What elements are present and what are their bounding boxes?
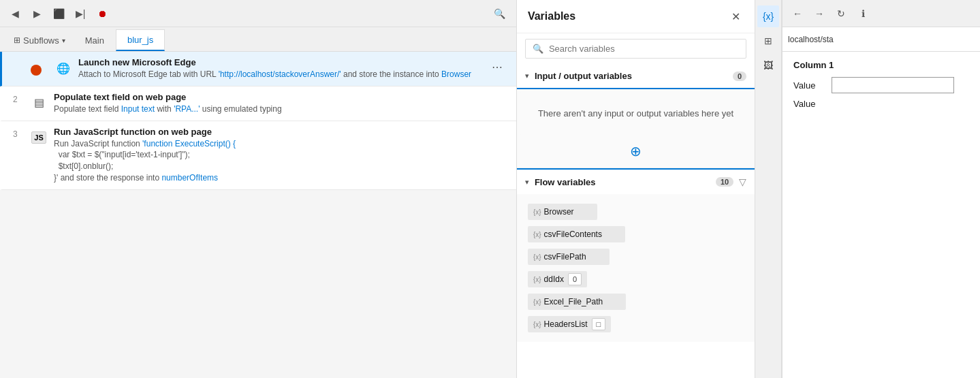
toolbar-btn-stop[interactable]: ⬛ (49, 4, 68, 23)
input-output-section: ▾ Input / output variables 0 There aren'… (517, 64, 755, 168)
io-add-btn[interactable]: ⊕ (630, 143, 642, 159)
record-dot-icon (31, 65, 42, 76)
url-input[interactable] (788, 35, 975, 44)
toolbar-btn-step[interactable]: ▶| (71, 4, 90, 23)
toolbar-btn-back[interactable]: ◀ (5, 4, 25, 23)
toolbar: ◀ ▶ ⬛ ▶| ⏺ 🔍 (0, 0, 516, 27)
main-tab[interactable]: Main (74, 29, 116, 51)
input-output-section-header[interactable]: ▾ Input / output variables 0 (517, 64, 755, 88)
js-badge-icon: JS (31, 131, 46, 144)
main-tab-label: Main (85, 35, 104, 46)
var-chip-label: csvFileContents (544, 230, 602, 239)
var-chip-x-icon: {x} (533, 276, 541, 283)
io-badge: 0 (733, 72, 746, 81)
vars-chips-container: {x} Browser _ {x} csvFileContents _ {x} … (517, 194, 755, 342)
step-desc: Attach to Microsoft Edge tab with URL 'h… (78, 69, 489, 80)
globe-icon: 🌐 (57, 62, 70, 75)
value-label-1: Value (793, 80, 826, 91)
step-desc: Run JavaScript function 'function Execut… (54, 138, 505, 184)
var-chip[interactable]: {x} csvFileContents _ (528, 226, 625, 242)
step-title: Launch new Microsoft Edge (78, 57, 489, 67)
js-function-link[interactable]: 'function ExecuteScript() { (142, 139, 236, 148)
right-row-1: Value (793, 77, 969, 93)
var-chip[interactable]: {x} csvFilePath _ (528, 249, 610, 265)
var-chip-label: ddIdx (544, 274, 564, 284)
var-browser-row: {x} Browser _ (525, 202, 746, 222)
layers-sidebar-btn[interactable]: ⊞ (757, 30, 779, 52)
column-header: Column 1 (793, 60, 969, 70)
var-csvfilecontents-row: {x} csvFileContents _ (525, 224, 746, 245)
toolbar-btn-play[interactable]: ▶ (27, 4, 46, 23)
io-section-title: Input / output variables (535, 71, 727, 81)
vars-close-btn[interactable]: ✕ (727, 8, 744, 25)
var-chip[interactable]: {x} Browser _ (528, 204, 597, 220)
flow-chevron-icon: ▾ (525, 178, 529, 187)
var-chip[interactable]: {x} Excel_File_Path _ (528, 294, 627, 310)
io-chevron-icon: ▾ (525, 72, 529, 80)
var-chip-x-icon: {x} (533, 208, 541, 216)
tabs-bar: ⊞ Subflows ▾ Main blur_js (0, 27, 516, 52)
main-area: ◀ ▶ ⬛ ▶| ⏺ 🔍 ⊞ Subflows ▾ Main blur_js 🌐 (0, 0, 517, 378)
var-csvfilepath-row: {x} csvFilePath _ (525, 247, 746, 267)
step-more-btn[interactable]: ⋯ (489, 59, 505, 75)
var-ddidx-row: {x} ddIdx 0 (525, 269, 746, 289)
rpa-link[interactable]: 'RPA...' (174, 104, 200, 114)
step-row: 2 ▤ Populate text field on web page Popu… (0, 86, 516, 121)
step-title: Populate text field on web page (54, 92, 505, 102)
io-empty-text: There aren't any input or output variabl… (520, 92, 752, 135)
step-desc: Populate text field Input text with 'RPA… (54, 104, 505, 115)
step-content: Populate text field on web page Populate… (54, 92, 505, 115)
right-content: Column 1 Value Value (783, 52, 980, 378)
step-content: Launch new Microsoft Edge Attach to Micr… (78, 57, 489, 80)
vars-search-bar: 🔍 (525, 39, 746, 59)
step-row: 🌐 Launch new Microsoft Edge Attach to Mi… (0, 52, 516, 86)
step-title: Run JavaScript function on web page (54, 127, 505, 137)
var-chip-x-icon: {x} (533, 321, 541, 328)
vars-header: Variables ✕ (517, 0, 755, 33)
var-chip[interactable]: {x} HeadersList □ (528, 316, 611, 332)
var-chip-label: HeadersList (544, 319, 588, 329)
subflows-label: Subflows (23, 35, 59, 46)
back-btn[interactable]: ← (788, 4, 807, 23)
search-input[interactable] (549, 44, 739, 54)
variables-panel: Variables ✕ 🔍 ▾ Input / output variables… (517, 0, 755, 378)
step-row: 3 JS Run JavaScript function on web page… (0, 121, 516, 190)
url-link[interactable]: 'http://localhost/stackoverAnswer/' (219, 69, 341, 79)
subflows-tab[interactable]: ⊞ Subflows ▾ (5, 29, 74, 51)
flow-vars-header[interactable]: ▾ Flow variables 10 ▽ (517, 168, 755, 194)
var-excel-row: {x} Excel_File_Path _ (525, 292, 746, 312)
blur-tab[interactable]: blur_js (116, 29, 165, 51)
var-chip-x-icon: {x} (533, 231, 541, 238)
io-section-body: There aren't any input or output variabl… (517, 88, 755, 168)
var-headerslist-row: {x} HeadersList □ (525, 314, 746, 334)
image-sidebar-btn[interactable]: 🖼 (757, 54, 779, 76)
search-icon: 🔍 (533, 44, 543, 54)
textfield-glyph-icon: ▤ (34, 96, 44, 109)
input-text-link[interactable]: Input text (121, 104, 155, 114)
blur-tab-label: blur_js (127, 35, 153, 45)
toolbar-search-btn[interactable]: 🔍 (489, 4, 511, 23)
url-bar (783, 27, 980, 52)
var-chip-x-icon: {x} (533, 298, 541, 306)
value-input[interactable] (832, 77, 954, 93)
step-content: Run JavaScript function on web page Run … (54, 127, 505, 184)
var-chip[interactable]: {x} ddIdx 0 (528, 271, 587, 287)
step-number: 2 (13, 95, 29, 104)
edge-browser-icon: 🌐 (54, 59, 73, 78)
vars-title: Variables (528, 10, 575, 22)
variables-sidebar-btn[interactable]: {x} (757, 5, 779, 27)
filter-icon[interactable]: ▽ (739, 176, 746, 187)
info-btn[interactable]: ℹ (853, 4, 872, 23)
forward-btn[interactable]: → (810, 4, 829, 23)
flow-badge: 10 (716, 177, 733, 187)
var-chip-label: Excel_File_Path (544, 297, 603, 306)
right-panel: ← → ↻ ℹ Column 1 Value Value (782, 0, 980, 378)
refresh-btn[interactable]: ↻ (832, 4, 851, 23)
toolbar-btn-record[interactable]: ⏺ (93, 4, 112, 23)
step-number: 3 (13, 129, 29, 139)
flow-vars-section: ▾ Flow variables 10 ▽ {x} Browser _ {x} … (517, 168, 755, 378)
number-of-items-link[interactable]: numberOfItems (161, 173, 218, 183)
browser-var-link[interactable]: Browser (441, 69, 471, 79)
var-chip-value: □ (592, 318, 606, 330)
var-chip-label: Browser (544, 207, 574, 217)
